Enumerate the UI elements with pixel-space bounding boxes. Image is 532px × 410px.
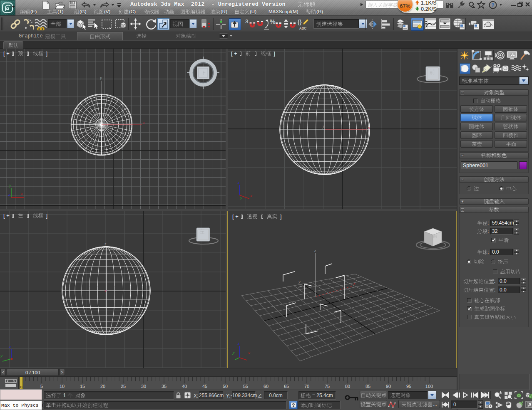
svg-text:50: 50 — [223, 384, 228, 389]
svg-text:y: y — [232, 350, 235, 355]
svg-text:y: y — [298, 279, 301, 284]
svg-text:60: 60 — [264, 384, 268, 389]
svg-text:45: 45 — [202, 384, 207, 389]
svg-text:30: 30 — [141, 384, 146, 389]
svg-text:z: z — [314, 248, 316, 253]
svg-text:75: 75 — [325, 384, 330, 389]
svg-text:z: z — [8, 192, 10, 197]
svg-text:x: x — [250, 193, 252, 198]
svg-text:ABC: ABC — [299, 26, 306, 30]
svg-text:x: x — [368, 125, 370, 130]
svg-text:x: x — [248, 350, 250, 355]
svg-text:35: 35 — [162, 384, 167, 389]
svg-text:3: 3 — [245, 18, 249, 25]
svg-text:z: z — [237, 180, 240, 185]
svg-text:40: 40 — [182, 384, 187, 389]
svg-text:x: x — [104, 288, 107, 293]
svg-text:y: y — [322, 123, 325, 128]
svg-text:%: % — [270, 18, 275, 25]
svg-text:100: 100 — [425, 384, 433, 389]
svg-text:70: 70 — [304, 384, 309, 389]
svg-text:55: 55 — [243, 384, 248, 389]
svg-text:95: 95 — [406, 384, 411, 389]
svg-text:x: x — [353, 281, 355, 286]
svg-text:20: 20 — [100, 384, 105, 389]
svg-text:15: 15 — [80, 384, 85, 389]
svg-text:z: z — [9, 344, 11, 349]
svg-text:y: y — [9, 183, 11, 188]
svg-text:65: 65 — [284, 384, 289, 389]
svg-text:x: x — [20, 191, 23, 196]
svg-text:{}: {} — [298, 19, 302, 25]
svg-text:5: 5 — [40, 384, 43, 389]
svg-text:80: 80 — [345, 384, 350, 389]
svg-text:90: 90 — [386, 384, 391, 389]
svg-text:y: y — [99, 75, 102, 80]
svg-text:?: ? — [491, 2, 494, 8]
svg-text:y: y — [240, 195, 242, 200]
svg-text:x: x — [142, 120, 145, 125]
svg-text:z: z — [104, 241, 107, 246]
svg-text:25: 25 — [121, 384, 126, 389]
svg-text:z: z — [237, 341, 240, 346]
svg-text:10: 10 — [60, 384, 65, 389]
svg-text:y: y — [0, 353, 2, 358]
svg-text:85: 85 — [365, 384, 370, 389]
